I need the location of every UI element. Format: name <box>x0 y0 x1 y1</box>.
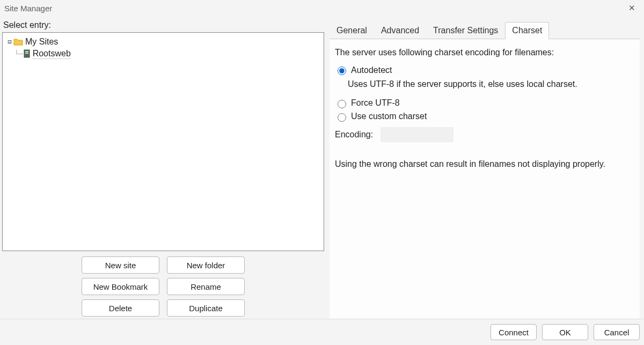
left-pane: Select entry: ⊟ My Sites └─ <box>2 18 327 319</box>
radio-autodetect-row[interactable]: Autodetect <box>335 65 634 75</box>
new-bookmark-button[interactable]: New Bookmark <box>82 278 159 295</box>
tree-site-row[interactable]: └─ Rootsweb <box>14 48 324 60</box>
autodetect-description: Uses UTF-8 if the server supports it, el… <box>348 78 627 90</box>
new-site-button[interactable]: New site <box>82 256 159 274</box>
tree-site-label: Rootsweb <box>33 49 71 59</box>
duplicate-button[interactable]: Duplicate <box>167 299 245 317</box>
charset-panel: The server uses following charset encodi… <box>330 39 640 319</box>
new-folder-button[interactable]: New folder <box>167 256 245 274</box>
charset-warning-text: Using the wrong charset can result in fi… <box>335 158 634 170</box>
dialog-footer: Connect OK Cancel <box>0 319 644 345</box>
window-title: Site Manager <box>4 4 52 13</box>
right-pane: General Advanced Transfer Settings Chars… <box>327 18 642 319</box>
radio-autodetect[interactable] <box>338 67 346 75</box>
tree-root-label: My Sites <box>25 37 58 47</box>
radio-forceutf8-row[interactable]: Force UTF-8 <box>335 98 634 108</box>
tree-collapse-icon[interactable]: ⊟ <box>6 38 13 46</box>
connect-button[interactable]: Connect <box>491 324 537 340</box>
encoding-label: Encoding: <box>335 130 373 140</box>
site-manager-window: Site Manager ✕ Select entry: ⊟ My Sites … <box>0 0 644 345</box>
delete-button[interactable]: Delete <box>82 299 159 317</box>
server-icon <box>23 49 31 58</box>
tree-connector: └─ <box>14 50 23 58</box>
radio-custom-row[interactable]: Use custom charset <box>335 112 634 122</box>
svg-rect-1 <box>25 51 28 52</box>
radio-force-utf8-label: Force UTF-8 <box>351 98 400 108</box>
tab-transfer-settings[interactable]: Transfer Settings <box>426 22 505 39</box>
tab-strip: General Advanced Transfer Settings Chars… <box>330 20 640 39</box>
select-entry-label: Select entry: <box>3 20 324 30</box>
close-icon[interactable]: ✕ <box>621 3 642 13</box>
folder-icon <box>13 38 23 46</box>
tree-action-buttons: New site New folder New Bookmark Rename … <box>2 256 324 317</box>
titlebar: Site Manager ✕ <box>0 0 644 16</box>
ok-button[interactable]: OK <box>542 324 588 340</box>
radio-custom-charset-label: Use custom charset <box>351 112 427 121</box>
tab-general[interactable]: General <box>330 22 374 39</box>
tab-advanced[interactable]: Advanced <box>374 22 426 39</box>
radio-force-utf8[interactable] <box>338 100 346 108</box>
radio-autodetect-label: Autodetect <box>351 65 392 75</box>
site-tree[interactable]: ⊟ My Sites └─ Rootsweb <box>2 32 324 251</box>
tree-root-row[interactable]: ⊟ My Sites <box>6 36 324 48</box>
svg-rect-2 <box>25 53 28 54</box>
rename-button[interactable]: Rename <box>167 278 245 295</box>
tab-charset[interactable]: Charset <box>505 22 549 39</box>
encoding-input <box>380 127 453 142</box>
cancel-button[interactable]: Cancel <box>594 324 640 340</box>
charset-intro-text: The server uses following charset encodi… <box>335 47 634 58</box>
radio-custom-charset[interactable] <box>338 113 346 122</box>
